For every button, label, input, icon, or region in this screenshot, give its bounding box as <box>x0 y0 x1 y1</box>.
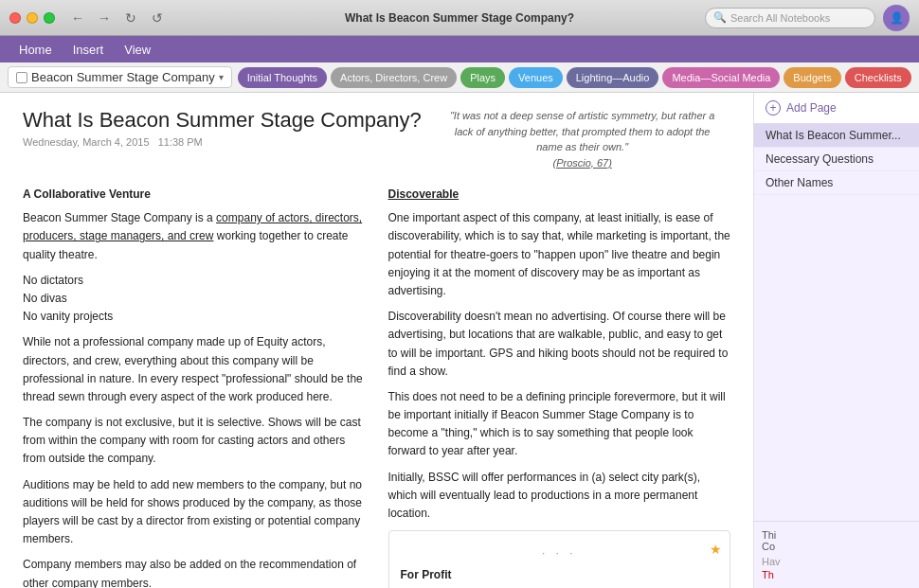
collaborative-p1: Beacon Summer Stage Company is a company… <box>23 209 366 264</box>
preview-color-text: Th <box>762 569 911 580</box>
sidebar-page-item[interactable]: Necessary Questions <box>754 148 919 171</box>
content-area: What Is Beacon Summer Stage Company? Wed… <box>0 93 753 588</box>
nav-arrows: ← → ↻ ↺ <box>66 9 169 27</box>
right-column: Discoverable One important aspect of thi… <box>377 178 743 588</box>
two-col-layout: A Collaborative Venture Beacon Summer St… <box>0 178 753 588</box>
sidebar-bottom-preview: Thi Co Hav Th <box>754 521 919 588</box>
plus-circle-icon: + <box>766 100 781 116</box>
no-dictators: No dictatorsNo divasNo vanity projects <box>23 272 366 327</box>
close-button[interactable] <box>9 12 21 24</box>
menu-insert[interactable]: Insert <box>63 40 114 60</box>
sidebar-page-item[interactable]: What Is Beacon Summer... <box>754 124 919 148</box>
for-profit-box: · · · ★ For Profit Nope, not saying anyo… <box>388 530 731 588</box>
tabs-container: Initial Thoughts Actors, Directors, Crew… <box>238 67 911 88</box>
discover-p2: Discoverability doesn't mean no advertis… <box>388 308 731 381</box>
tab-lighting[interactable]: Lighting—Audio <box>567 67 659 88</box>
sidebar-pages: What Is Beacon Summer... Necessary Quest… <box>754 124 919 521</box>
main-layout: What Is Beacon Summer Stage Company? Wed… <box>0 93 919 588</box>
left-column: A Collaborative Venture Beacon Summer St… <box>11 178 377 588</box>
preview-text3: Hav <box>762 556 911 567</box>
auditions-p: Auditions may be held to add new members… <box>23 476 366 549</box>
search-bar[interactable]: 🔍 Search All Notebooks <box>705 8 875 28</box>
tab-checklists[interactable]: Checklists <box>845 67 911 88</box>
window-controls <box>9 12 55 24</box>
titlebar: ← → ↻ ↺ What Is Beacon Summer Stage Comp… <box>0 0 919 36</box>
page-quote: "It was not a deep sense of artistic sym… <box>441 108 725 170</box>
notebook-label: Beacon Summer Stage Company <box>31 70 215 84</box>
tab-budgets[interactable]: Budgets <box>784 67 840 88</box>
tab-initial-thoughts[interactable]: Initial Thoughts <box>238 67 327 88</box>
menu-home[interactable]: Home <box>9 40 62 60</box>
user-button[interactable]: 👤 <box>883 5 910 31</box>
menu-view[interactable]: View <box>115 40 160 60</box>
minimize-button[interactable] <box>27 12 38 24</box>
page-title: What Is Beacon Summer Stage Company? <box>23 108 422 133</box>
menubar: Home Insert View <box>0 36 919 62</box>
discover-p3: This does not need to be a defining prin… <box>388 388 731 461</box>
section-collaborative-title: A Collaborative Venture <box>23 186 366 204</box>
tab-plays[interactable]: Plays <box>460 67 505 88</box>
star-icon-right: ★ <box>710 539 722 560</box>
add-page-button[interactable]: + Add Page <box>754 93 919 124</box>
add-page-label: Add Page <box>786 101 837 115</box>
sync-button[interactable]: ↻ <box>119 9 142 27</box>
page-title-section: What Is Beacon Summer Stage Company? Wed… <box>23 108 422 148</box>
notebook-checkbox <box>16 72 27 83</box>
exclusive-p: The company is not exclusive, but it is … <box>23 414 366 469</box>
discover-p1: One important aspect of this company, at… <box>388 209 731 300</box>
notebook-name[interactable]: Beacon Summer Stage Company ▾ <box>8 66 232 88</box>
back-button[interactable]: ← <box>66 9 89 27</box>
redo-button[interactable]: ↺ <box>146 9 169 27</box>
professional-p: While not a professional company made up… <box>23 333 366 406</box>
preview-text1: Thi <box>762 529 911 541</box>
tab-venues[interactable]: Venues <box>509 67 563 88</box>
tab-actors[interactable]: Actors, Directors, Crew <box>331 67 457 88</box>
titlebar-right: 🔍 Search All Notebooks 👤 <box>705 5 910 31</box>
page-date: Wednesday, March 4, 2015 11:38 PM <box>23 136 422 148</box>
page-header: What Is Beacon Summer Stage Company? Wed… <box>0 93 753 178</box>
window-title: What Is Beacon Summer Stage Company? <box>345 11 574 25</box>
right-sidebar: + Add Page What Is Beacon Summer... Nece… <box>753 93 919 588</box>
search-placeholder: Search All Notebooks <box>730 12 830 24</box>
sidebar-page-item[interactable]: Other Names <box>754 171 919 195</box>
dots-divider: · · · <box>401 544 719 562</box>
discover-p4: Initially, BSSC will offer performances … <box>388 469 731 524</box>
members-p: Company members may also be added on the… <box>23 556 366 588</box>
section-forprofit-title: For Profit <box>401 566 719 584</box>
maximize-button[interactable] <box>44 12 55 24</box>
forward-button[interactable]: → <box>93 9 116 27</box>
notebook-chevron-icon: ▾ <box>219 72 224 82</box>
tab-media[interactable]: Media—Social Media <box>662 67 780 88</box>
preview-text2: Co <box>762 541 911 552</box>
section-discoverable-title: Discoverable <box>388 186 731 204</box>
notebook-bar: Beacon Summer Stage Company ▾ Initial Th… <box>0 62 919 93</box>
search-icon: 🔍 <box>713 11 727 24</box>
